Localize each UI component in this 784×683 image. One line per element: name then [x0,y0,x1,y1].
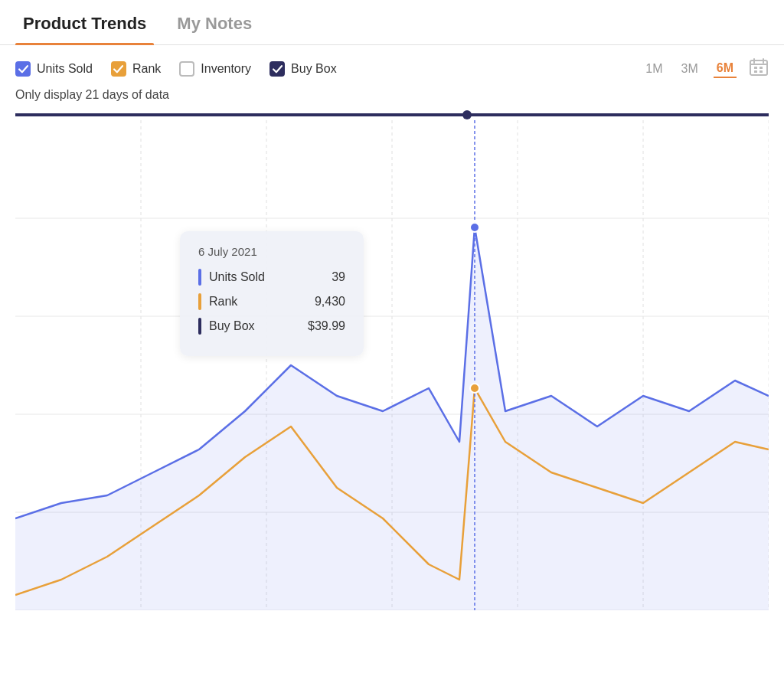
tooltip-row-units-sold: Units Sold 39 [198,269,345,286]
checkmark-icon [273,64,283,74]
blue-fill [15,227,769,610]
tooltip-value-buy-box: $39.99 [308,319,345,333]
tooltip-label-units-sold: Units Sold [209,270,324,284]
tab-product-trends[interactable]: Product Trends [15,0,154,44]
tooltip-bar-units-sold [198,269,201,286]
time-btn-3m[interactable]: 3M [678,60,701,77]
tooltip-date: 6 July 2021 [198,245,345,258]
tabs-bar: Product Trends My Notes [0,0,784,45]
tooltip-bar-buy-box [198,318,201,335]
checkmark-icon [113,64,123,74]
chart-area: 6 July 2021 Units Sold 39 Rank 9,430 Buy… [15,120,769,610]
time-filter-group: 1M 3M 6M [642,57,769,80]
tab-my-notes[interactable]: My Notes [169,0,260,44]
info-text: Only display 21 days of data [0,83,784,109]
tooltip-bar-rank [198,293,201,310]
time-btn-1m[interactable]: 1M [642,60,665,77]
blue-dot [470,223,479,232]
scrubber-handle[interactable] [462,110,472,119]
filter-units-sold[interactable]: Units Sold [15,61,93,77]
tooltip-row-rank: Rank 9,430 [198,293,345,310]
svg-rect-0 [750,60,767,75]
time-btn-6m[interactable]: 6M [714,60,737,78]
checkbox-rank[interactable] [111,61,126,77]
checkbox-units-sold[interactable] [15,61,31,77]
tooltip-row-buy-box: Buy Box $39.99 [198,318,345,335]
chart-svg [15,120,769,610]
scrubber-track [15,113,769,116]
svg-rect-6 [754,70,757,73]
tooltip-value-units-sold: 39 [332,270,345,284]
tooltip-label-buy-box: Buy Box [209,319,300,333]
svg-rect-7 [760,70,763,73]
svg-rect-4 [754,67,757,69]
main-container: Product Trends My Notes Units Sold Rank [0,0,784,683]
svg-rect-5 [760,67,763,69]
filter-buy-box[interactable]: Buy Box [270,61,337,77]
checkmark-icon [18,64,28,74]
calendar-icon[interactable] [749,57,769,80]
filter-rank[interactable]: Rank [111,61,161,77]
scrubber[interactable] [15,109,769,120]
tooltip-label-rank: Rank [209,295,307,309]
orange-dot [470,384,479,393]
checkbox-inventory[interactable] [179,61,194,77]
checkbox-buy-box[interactable] [270,61,285,77]
filter-bar: Units Sold Rank Inventory Buy Box [0,45,784,83]
tooltip: 6 July 2021 Units Sold 39 Rank 9,430 Buy… [180,231,364,356]
filter-inventory[interactable]: Inventory [179,61,251,77]
tooltip-value-rank: 9,430 [315,295,345,309]
